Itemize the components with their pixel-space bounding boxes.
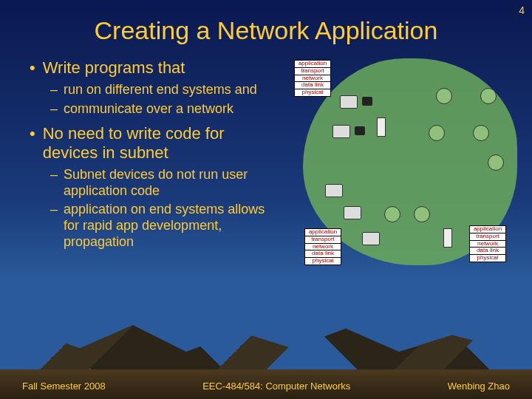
footer-left: Fall Semester 2008: [22, 381, 106, 392]
footer-center: EEC-484/584: Computer Networks: [202, 381, 350, 392]
slide-title: Creating a Network Application: [0, 16, 532, 45]
bullet-dot: •: [30, 124, 35, 163]
router-icon: [414, 206, 430, 222]
page-number: 4: [519, 4, 525, 16]
bullet-dash: –: [50, 82, 58, 98]
text-column: • Write programs that – run on different…: [30, 58, 273, 253]
bullet-dash: –: [50, 101, 58, 117]
bullet-sub-1b: – communicate over a network: [50, 101, 273, 117]
layer-physical: physical: [470, 255, 505, 262]
content-area: • Write programs that – run on different…: [0, 58, 532, 253]
protocol-stack-bottom-right: application transport network data link …: [469, 225, 506, 262]
phone-icon: [355, 126, 365, 135]
router-icon: [488, 154, 504, 171]
footer-right: Wenbing Zhao: [448, 381, 510, 392]
router-icon: [436, 88, 452, 104]
server-icon: [443, 228, 452, 248]
computer-icon: [325, 184, 343, 197]
protocol-stack-bottom-left: application transport network data link …: [304, 228, 341, 265]
bullet-text: application on end systems allows for ra…: [64, 202, 273, 250]
bullet-dash: –: [50, 202, 58, 250]
router-icon: [480, 88, 497, 104]
diagram-column: application transport network data link …: [273, 58, 510, 253]
bullet-text: communicate over a network: [64, 101, 233, 117]
footer: Fall Semester 2008 EEC-484/584: Computer…: [0, 381, 532, 392]
bullet-sub-2a: – Subnet devices do not run user applica…: [50, 167, 273, 199]
server-icon: [377, 117, 386, 137]
bullet-dot: •: [30, 58, 35, 78]
mountain-decoration: [0, 312, 532, 378]
bullet-dash: –: [50, 167, 58, 199]
bullet-sub-2b: – application on end systems allows for …: [50, 202, 273, 250]
bullet-text: No need to write code for devices in sub…: [43, 124, 273, 163]
protocol-stack-top: application transport network data link …: [294, 60, 331, 97]
layer-physical: physical: [305, 258, 341, 265]
computer-icon: [340, 95, 358, 109]
bullet-text: Write programs that: [43, 58, 185, 78]
bullet-sub-1a: – run on different end systems and: [50, 82, 273, 98]
computer-icon: [362, 232, 380, 245]
bullet-text: Subnet devices do not run user applicati…: [64, 167, 273, 199]
bullet-text: run on different end systems and: [64, 82, 257, 98]
bullet-main-2: • No need to write code for devices in s…: [30, 124, 273, 163]
bullet-main-1: • Write programs that: [30, 58, 273, 78]
phone-icon: [362, 97, 372, 106]
computer-icon: [332, 125, 350, 138]
router-icon: [473, 125, 489, 141]
computer-icon: [344, 206, 361, 219]
router-icon: [429, 125, 445, 141]
layer-physical: physical: [295, 89, 330, 96]
router-icon: [384, 206, 400, 222]
